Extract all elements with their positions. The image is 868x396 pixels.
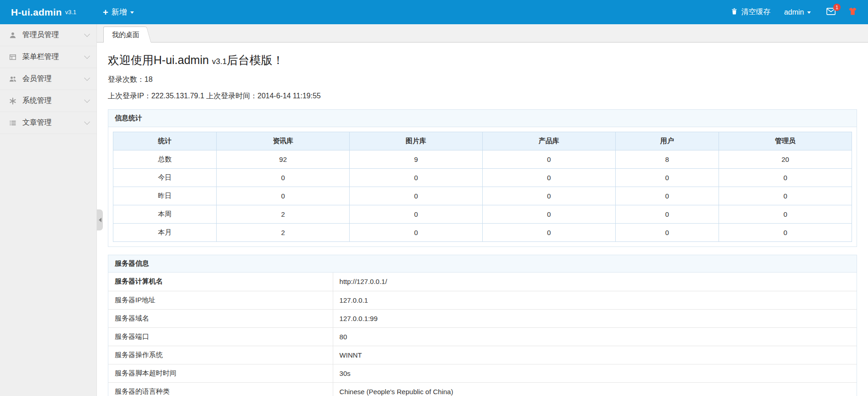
table-row: 服务器操作系统 WINNT — [108, 346, 857, 364]
table-row: 服务器的语言种类 Chinese (People's Republic of C… — [108, 382, 857, 396]
chevron-down-icon — [84, 53, 90, 59]
stats-cell: 20 — [719, 150, 852, 169]
table-row: 本周 2 0 0 0 0 — [113, 205, 852, 224]
stats-cell: 0 — [482, 169, 615, 187]
server-label-cell: 服务器操作系统 — [108, 346, 333, 364]
stats-cell: 0 — [615, 205, 719, 224]
chevron-down-icon — [807, 11, 811, 14]
tab-my-desktop[interactable]: 我的桌面 — [103, 27, 145, 43]
messages-button[interactable]: 1 — [826, 8, 836, 17]
stats-cell: 9 — [350, 150, 483, 169]
theme-skin-button[interactable] — [848, 7, 857, 17]
stats-cell: 0 — [719, 187, 852, 205]
stats-cell: 0 — [350, 169, 483, 187]
sidebar-item-admin-management[interactable]: 管理员管理 — [0, 24, 96, 46]
article-list-icon — [9, 119, 17, 127]
stats-cell: 0 — [719, 205, 852, 224]
trash-icon — [731, 8, 738, 16]
page-title-version: v3.1 — [212, 57, 227, 66]
server-label-cell: 服务器脚本超时时间 — [108, 364, 333, 382]
tab-bar: 我的桌面 — [97, 24, 868, 43]
stats-panel: 信息统计 统计 资讯库 图片库 产品库 用户 — [108, 109, 857, 247]
stats-panel-title: 信息统计 — [108, 110, 857, 127]
stats-cell: 0 — [350, 224, 483, 242]
stats-cell: 2 — [217, 224, 350, 242]
user-icon — [9, 32, 17, 39]
server-panel-title: 服务器信息 — [108, 255, 857, 273]
user-dropdown[interactable]: admin — [784, 8, 811, 16]
server-label-cell: 服务器域名 — [108, 309, 333, 327]
table-row: 总数 92 9 0 8 20 — [113, 150, 852, 169]
stats-cell: 92 — [217, 150, 350, 169]
table-row: 服务器域名 127.0.0.1:99 — [108, 309, 857, 327]
content-area: 欢迎使用H-ui.admin v3.1后台模版！ 登录次数：18 上次登录IP：… — [97, 43, 868, 396]
page-title-suffix: 后台模版！ — [227, 54, 284, 66]
chevron-down-icon — [130, 11, 134, 14]
server-value-cell: WINNT — [333, 346, 857, 364]
stats-cell: 0 — [482, 205, 615, 224]
server-value-cell: 80 — [333, 327, 857, 346]
stats-cell: 今日 — [113, 169, 217, 187]
server-label-cell: 服务器的语言种类 — [108, 382, 333, 396]
shirt-icon — [848, 7, 857, 17]
sidebar-item-label: 菜单栏管理 — [22, 52, 85, 62]
chevron-down-icon — [84, 97, 90, 103]
username: admin — [784, 8, 804, 16]
menu-grid-icon — [9, 54, 17, 61]
app-version: v3.1 — [65, 9, 77, 16]
server-value-cell: 127.0.0.1:99 — [333, 309, 857, 327]
server-label-cell: 服务器IP地址 — [108, 291, 333, 309]
stats-cell: 0 — [719, 169, 852, 187]
add-new-button[interactable]: + 新增 — [103, 7, 134, 17]
server-value-cell: Chinese (People's Republic of China) — [333, 382, 857, 396]
stats-cell: 8 — [615, 150, 719, 169]
server-value-cell: 30s — [333, 364, 857, 382]
server-info-panel: 服务器信息 服务器计算机名 http://127.0.0.1/ 服务器IP地址 … — [108, 255, 857, 396]
main-layout: 管理员管理 菜单栏管理 会员管理 系统管理 — [0, 24, 868, 396]
stats-cell: 本周 — [113, 205, 217, 224]
stats-cell: 0 — [482, 187, 615, 205]
table-row: 今日 0 0 0 0 0 — [113, 169, 852, 187]
page-title-text: 欢迎使用H-ui.admin — [108, 54, 212, 66]
topbar: H-ui.admin v3.1 + 新增 清空缓存 admin 1 — [0, 0, 868, 24]
gear-icon — [9, 97, 17, 105]
chevron-down-icon — [84, 119, 90, 125]
stats-cell: 0 — [217, 169, 350, 187]
page-title: 欢迎使用H-ui.admin v3.1后台模版！ — [108, 53, 857, 68]
stats-table: 统计 资讯库 图片库 产品库 用户 管理员 总数 92 — [113, 132, 852, 242]
stats-cell: 0 — [482, 150, 615, 169]
main-area: 我的桌面 欢迎使用H-ui.admin v3.1后台模版！ 登录次数：18 上次… — [97, 24, 868, 396]
stats-header-cell: 管理员 — [719, 132, 852, 150]
sidebar-item-system-management[interactable]: 系统管理 — [0, 90, 96, 112]
table-row: 服务器端口 80 — [108, 327, 857, 346]
stats-cell: 总数 — [113, 150, 217, 169]
server-info-table: 服务器计算机名 http://127.0.0.1/ 服务器IP地址 127.0.… — [108, 273, 857, 396]
table-row: 服务器脚本超时时间 30s — [108, 364, 857, 382]
server-label-cell: 服务器计算机名 — [108, 273, 333, 291]
sidebar-collapse-handle[interactable] — [97, 209, 103, 230]
sidebar-item-label: 会员管理 — [22, 74, 85, 84]
sidebar-item-menu-management[interactable]: 菜单栏管理 — [0, 46, 96, 68]
stats-header-row: 统计 资讯库 图片库 产品库 用户 管理员 — [113, 132, 852, 150]
add-new-label: 新增 — [112, 7, 127, 17]
stats-cell: 0 — [615, 169, 719, 187]
last-login-text: 上次登录IP：222.35.131.79.1 上次登录时间：2014-6-14 … — [108, 91, 857, 101]
chevron-down-icon — [84, 75, 90, 81]
server-label-cell: 服务器端口 — [108, 327, 333, 346]
users-icon — [9, 75, 17, 83]
stats-cell: 昨日 — [113, 187, 217, 205]
stats-cell: 本月 — [113, 224, 217, 242]
clear-cache-button[interactable]: 清空缓存 — [731, 7, 770, 17]
sidebar-item-member-management[interactable]: 会员管理 — [0, 68, 96, 90]
app-logo: H-ui.admin — [11, 7, 62, 18]
stats-header-cell: 产品库 — [482, 132, 615, 150]
chevron-left-icon — [99, 218, 101, 222]
stats-cell: 0 — [719, 224, 852, 242]
sidebar-item-article-management[interactable]: 文章管理 — [0, 112, 96, 134]
table-row: 服务器IP地址 127.0.0.1 — [108, 291, 857, 309]
stats-cell: 0 — [350, 187, 483, 205]
tab-label: 我的桌面 — [112, 31, 139, 39]
stats-cell: 2 — [217, 205, 350, 224]
stats-cell: 0 — [615, 187, 719, 205]
table-row: 昨日 0 0 0 0 0 — [113, 187, 852, 205]
